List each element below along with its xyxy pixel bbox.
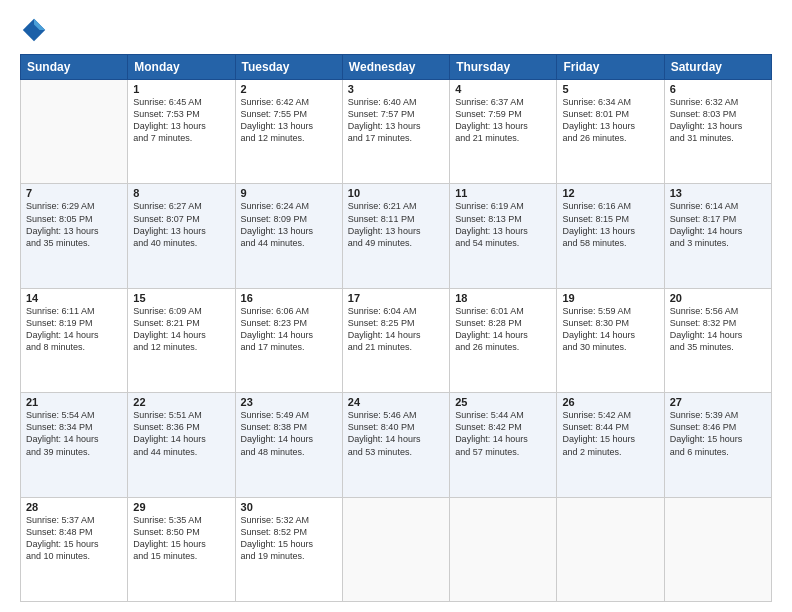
cell-line: and 10 minutes. <box>26 550 122 562</box>
cell-line: and 30 minutes. <box>562 341 658 353</box>
cell-line: Daylight: 13 hours <box>26 225 122 237</box>
cell-line: Daylight: 13 hours <box>133 120 229 132</box>
cell-line: Daylight: 13 hours <box>133 225 229 237</box>
calendar-cell <box>342 497 449 601</box>
calendar-cell: 13Sunrise: 6:14 AMSunset: 8:17 PMDayligh… <box>664 184 771 288</box>
day-number: 29 <box>133 501 229 513</box>
cell-line: Sunset: 7:59 PM <box>455 108 551 120</box>
cell-line: Daylight: 14 hours <box>133 433 229 445</box>
cell-line: and 57 minutes. <box>455 446 551 458</box>
day-number: 14 <box>26 292 122 304</box>
cell-line: Sunset: 8:17 PM <box>670 213 766 225</box>
header-day-monday: Monday <box>128 55 235 80</box>
calendar-cell: 15Sunrise: 6:09 AMSunset: 8:21 PMDayligh… <box>128 288 235 392</box>
cell-line: Sunrise: 5:32 AM <box>241 514 337 526</box>
cell-line: Daylight: 13 hours <box>455 120 551 132</box>
cell-line: Sunrise: 5:46 AM <box>348 409 444 421</box>
cell-line: and 19 minutes. <box>241 550 337 562</box>
calendar-cell: 2Sunrise: 6:42 AMSunset: 7:55 PMDaylight… <box>235 80 342 184</box>
cell-line: Daylight: 14 hours <box>348 433 444 445</box>
cell-line: and 2 minutes. <box>562 446 658 458</box>
cell-line: and 6 minutes. <box>670 446 766 458</box>
calendar-body: 1Sunrise: 6:45 AMSunset: 7:53 PMDaylight… <box>21 80 772 602</box>
cell-line: and 7 minutes. <box>133 132 229 144</box>
cell-line: Sunrise: 6:14 AM <box>670 200 766 212</box>
calendar-cell: 14Sunrise: 6:11 AMSunset: 8:19 PMDayligh… <box>21 288 128 392</box>
cell-line: Sunrise: 5:49 AM <box>241 409 337 421</box>
cell-line: Sunset: 8:25 PM <box>348 317 444 329</box>
cell-line: Sunrise: 5:51 AM <box>133 409 229 421</box>
day-number: 1 <box>133 83 229 95</box>
calendar-cell: 8Sunrise: 6:27 AMSunset: 8:07 PMDaylight… <box>128 184 235 288</box>
cell-line: and 17 minutes. <box>241 341 337 353</box>
header-day-tuesday: Tuesday <box>235 55 342 80</box>
cell-line: Sunset: 8:03 PM <box>670 108 766 120</box>
cell-line: and 58 minutes. <box>562 237 658 249</box>
cell-line: and 8 minutes. <box>26 341 122 353</box>
cell-line: Sunrise: 6:42 AM <box>241 96 337 108</box>
calendar-cell: 22Sunrise: 5:51 AMSunset: 8:36 PMDayligh… <box>128 393 235 497</box>
cell-line: Sunset: 8:30 PM <box>562 317 658 329</box>
cell-line: Sunset: 8:32 PM <box>670 317 766 329</box>
cell-line: and 48 minutes. <box>241 446 337 458</box>
cell-line: Sunrise: 6:09 AM <box>133 305 229 317</box>
cell-line: Sunrise: 6:37 AM <box>455 96 551 108</box>
cell-line: Sunset: 8:13 PM <box>455 213 551 225</box>
logo-icon <box>20 16 48 44</box>
cell-line: Daylight: 14 hours <box>348 329 444 341</box>
day-number: 17 <box>348 292 444 304</box>
cell-line: Sunset: 8:15 PM <box>562 213 658 225</box>
calendar-cell: 24Sunrise: 5:46 AMSunset: 8:40 PMDayligh… <box>342 393 449 497</box>
cell-line: Sunset: 8:23 PM <box>241 317 337 329</box>
calendar-cell: 6Sunrise: 6:32 AMSunset: 8:03 PMDaylight… <box>664 80 771 184</box>
cell-line: Daylight: 15 hours <box>562 433 658 445</box>
day-number: 6 <box>670 83 766 95</box>
cell-line: Daylight: 14 hours <box>241 329 337 341</box>
week-row-5: 28Sunrise: 5:37 AMSunset: 8:48 PMDayligh… <box>21 497 772 601</box>
calendar-cell: 4Sunrise: 6:37 AMSunset: 7:59 PMDaylight… <box>450 80 557 184</box>
calendar-cell <box>664 497 771 601</box>
header-day-wednesday: Wednesday <box>342 55 449 80</box>
cell-line: and 44 minutes. <box>133 446 229 458</box>
day-number: 20 <box>670 292 766 304</box>
calendar-cell: 12Sunrise: 6:16 AMSunset: 8:15 PMDayligh… <box>557 184 664 288</box>
day-number: 5 <box>562 83 658 95</box>
day-number: 27 <box>670 396 766 408</box>
logo <box>20 16 52 44</box>
cell-line: Sunrise: 6:19 AM <box>455 200 551 212</box>
cell-line: Sunrise: 6:40 AM <box>348 96 444 108</box>
cell-line: Sunset: 8:34 PM <box>26 421 122 433</box>
calendar-cell: 9Sunrise: 6:24 AMSunset: 8:09 PMDaylight… <box>235 184 342 288</box>
cell-line: Daylight: 15 hours <box>26 538 122 550</box>
cell-line: Sunrise: 6:27 AM <box>133 200 229 212</box>
cell-line: Sunrise: 6:32 AM <box>670 96 766 108</box>
cell-line: and 21 minutes. <box>455 132 551 144</box>
week-row-2: 7Sunrise: 6:29 AMSunset: 8:05 PMDaylight… <box>21 184 772 288</box>
cell-line: Sunrise: 6:01 AM <box>455 305 551 317</box>
cell-line: Sunrise: 5:37 AM <box>26 514 122 526</box>
calendar-cell: 21Sunrise: 5:54 AMSunset: 8:34 PMDayligh… <box>21 393 128 497</box>
cell-line: and 12 minutes. <box>133 341 229 353</box>
calendar-cell: 17Sunrise: 6:04 AMSunset: 8:25 PMDayligh… <box>342 288 449 392</box>
week-row-1: 1Sunrise: 6:45 AMSunset: 7:53 PMDaylight… <box>21 80 772 184</box>
cell-line: Daylight: 13 hours <box>455 225 551 237</box>
cell-line: Sunset: 8:09 PM <box>241 213 337 225</box>
header <box>20 16 772 44</box>
calendar-cell: 10Sunrise: 6:21 AMSunset: 8:11 PMDayligh… <box>342 184 449 288</box>
cell-line: and 35 minutes. <box>26 237 122 249</box>
cell-line: Daylight: 14 hours <box>562 329 658 341</box>
cell-line: Sunrise: 5:42 AM <box>562 409 658 421</box>
day-number: 18 <box>455 292 551 304</box>
calendar-cell <box>450 497 557 601</box>
day-number: 2 <box>241 83 337 95</box>
page: SundayMondayTuesdayWednesdayThursdayFrid… <box>0 0 792 612</box>
day-number: 30 <box>241 501 337 513</box>
calendar-cell <box>557 497 664 601</box>
cell-line: Daylight: 13 hours <box>348 225 444 237</box>
calendar-cell <box>21 80 128 184</box>
cell-line: Sunrise: 5:44 AM <box>455 409 551 421</box>
cell-line: and 31 minutes. <box>670 132 766 144</box>
calendar-cell: 1Sunrise: 6:45 AMSunset: 7:53 PMDaylight… <box>128 80 235 184</box>
calendar-cell: 28Sunrise: 5:37 AMSunset: 8:48 PMDayligh… <box>21 497 128 601</box>
cell-line: and 49 minutes. <box>348 237 444 249</box>
